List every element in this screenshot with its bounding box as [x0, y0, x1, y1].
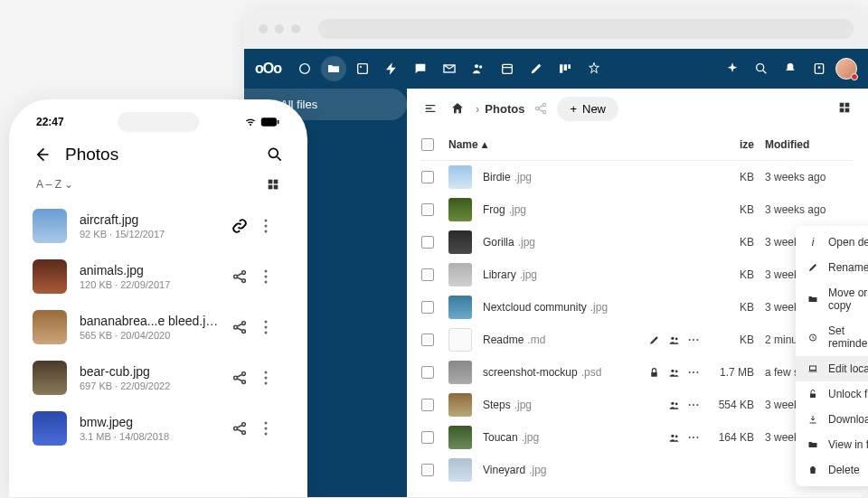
calendar-icon[interactable]: [495, 56, 520, 81]
more-icon[interactable]: ···: [688, 366, 700, 379]
menu-open-details[interactable]: i Open details: [796, 230, 868, 255]
notes-icon[interactable]: [524, 56, 549, 81]
more-icon[interactable]: [264, 320, 284, 334]
list-item[interactable]: animals.jpg120 KB · 22/09/2017: [25, 251, 291, 302]
sort-dropdown[interactable]: A – Z ⌄: [36, 178, 73, 191]
shared-icon[interactable]: [667, 334, 681, 346]
more-apps-icon[interactable]: [581, 56, 607, 81]
mail-icon[interactable]: [437, 56, 462, 81]
file-thumbnail: [448, 198, 472, 221]
menu-download[interactable]: Download: [796, 407, 868, 432]
shared-icon[interactable]: [667, 399, 681, 411]
contacts-menu-icon[interactable]: [807, 56, 832, 81]
table-row[interactable]: Vineyard.jpg: [421, 454, 854, 486]
contacts-icon[interactable]: [466, 56, 491, 81]
menu-label: Open details: [828, 236, 868, 249]
file-size: 1.7 MB: [700, 366, 754, 379]
row-checkbox[interactable]: [421, 464, 434, 476]
menu-unlock[interactable]: Unlock file: [796, 381, 868, 407]
column-header-name[interactable]: Name ▴: [448, 138, 637, 151]
link-icon[interactable]: [231, 218, 251, 234]
new-button[interactable]: + New: [557, 97, 618, 121]
menu-move-copy[interactable]: Move or copy: [796, 280, 868, 318]
table-row[interactable]: screenshot-mockup.psd···1.7 MBa few seco…: [421, 356, 854, 389]
row-checkbox[interactable]: [421, 203, 434, 216]
edit-icon[interactable]: [648, 334, 660, 346]
file-thumbnail: [448, 328, 472, 352]
row-checkbox[interactable]: [421, 399, 434, 411]
svg-line-72: [237, 374, 242, 377]
table-row[interactable]: Steps.jpg···554 KB3 weeks ago: [421, 389, 854, 421]
shared-icon[interactable]: [667, 367, 681, 379]
column-header-modified[interactable]: Modified: [754, 138, 854, 151]
grid-view-icon[interactable]: [266, 177, 280, 192]
table-row[interactable]: Nextcloud community.jpgKB3 weeks ago: [421, 291, 854, 324]
chevron-right-icon: ›: [476, 102, 479, 116]
share-icon[interactable]: [533, 101, 548, 116]
more-icon[interactable]: [264, 371, 284, 385]
share-icon[interactable]: [231, 420, 251, 437]
list-item[interactable]: bmw.jpeg3.1 MB · 14/08/2018: [25, 403, 291, 454]
menu-view-folder[interactable]: View in folder: [796, 432, 868, 457]
row-checkbox[interactable]: [421, 171, 434, 183]
table-row[interactable]: Gorilla.jpgKB3 weeks ago: [421, 226, 854, 258]
list-item[interactable]: bananabrea...e bleed.jpg565 KB · 20/04/2…: [25, 302, 291, 352]
select-all-checkbox[interactable]: [421, 138, 434, 151]
grid-view-icon[interactable]: [837, 100, 854, 117]
table-row[interactable]: Readme.md···KB2 minutes ago: [421, 324, 854, 356]
sort-label: A – Z: [36, 178, 61, 191]
share-icon[interactable]: [231, 370, 251, 386]
row-checkbox[interactable]: [421, 236, 434, 249]
svg-rect-48: [269, 185, 273, 190]
file-thumbnail: [448, 426, 472, 449]
menu-set-reminder[interactable]: Set reminder ›: [796, 318, 868, 356]
svg-point-11: [757, 64, 764, 71]
dashboard-icon[interactable]: [292, 56, 317, 81]
back-icon[interactable]: [33, 146, 51, 164]
table-row[interactable]: Birdie.jpgKB3 weeks ago: [421, 161, 854, 193]
more-icon[interactable]: [264, 269, 284, 284]
more-icon[interactable]: ···: [688, 399, 700, 411]
share-icon[interactable]: [231, 319, 251, 335]
svg-rect-26: [845, 108, 850, 113]
breadcrumb-item[interactable]: Photos: [485, 102, 524, 116]
more-icon[interactable]: ···: [688, 431, 700, 444]
photos-icon[interactable]: [350, 56, 375, 81]
file-name: Steps: [483, 399, 511, 411]
menu-delete[interactable]: Delete: [796, 457, 868, 483]
search-icon[interactable]: [266, 146, 284, 164]
user-avatar[interactable]: [835, 58, 857, 80]
file-thumbnail: [448, 230, 472, 254]
row-checkbox[interactable]: [421, 301, 434, 314]
row-checkbox[interactable]: [421, 268, 434, 281]
row-checkbox[interactable]: [421, 334, 434, 346]
table-row[interactable]: Library.jpgKB3 weeks ago: [421, 258, 854, 291]
table-row[interactable]: Toucan.jpg···164 KB3 weeks ago: [421, 421, 854, 454]
more-icon[interactable]: ···: [688, 334, 700, 346]
talk-icon[interactable]: [408, 56, 433, 81]
menu-edit-locally[interactable]: Edit locally: [796, 356, 868, 381]
more-icon[interactable]: [264, 219, 284, 233]
activity-icon[interactable]: [379, 56, 404, 81]
share-icon[interactable]: [231, 268, 251, 285]
deck-icon[interactable]: [552, 56, 578, 81]
shared-icon[interactable]: [667, 432, 681, 444]
row-checkbox[interactable]: [421, 366, 434, 379]
url-bar[interactable]: [318, 19, 854, 39]
menu-rename[interactable]: Rename: [796, 255, 868, 280]
home-icon[interactable]: [448, 99, 467, 117]
notifications-icon[interactable]: [778, 56, 803, 81]
more-icon[interactable]: [264, 421, 284, 436]
files-icon[interactable]: [321, 56, 346, 81]
svg-line-21: [539, 106, 543, 108]
column-header-size[interactable]: ize: [700, 138, 754, 151]
list-item[interactable]: aircraft.jpg92 KB · 15/12/2017: [25, 201, 291, 251]
svg-point-68: [265, 332, 268, 334]
table-row[interactable]: Frog.jpgKB3 weeks ago: [421, 193, 854, 226]
toggle-sidebar-icon[interactable]: [421, 99, 439, 117]
row-checkbox[interactable]: [421, 431, 434, 444]
file-size: 164 KB: [700, 431, 754, 444]
search-icon[interactable]: [749, 56, 774, 81]
list-item[interactable]: bear-cub.jpg697 KB · 22/09/2022: [25, 352, 291, 403]
assistant-icon[interactable]: [720, 56, 745, 81]
